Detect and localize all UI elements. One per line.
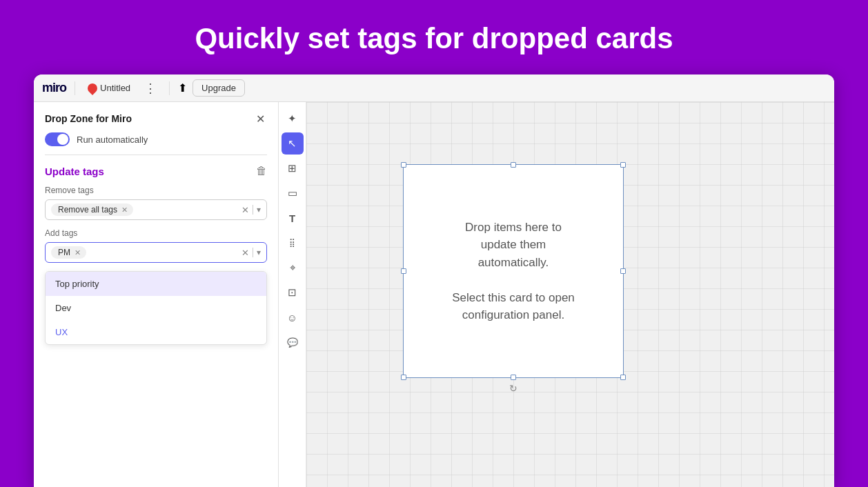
- remove-tags-label: Remove tags: [45, 186, 267, 195]
- dropdown-item-top-priority[interactable]: Top priority: [46, 272, 266, 296]
- browser-window: miro Untitled ⋮ ⬆ Upgrade Drop Zone for …: [34, 74, 834, 487]
- chevron-down-icon[interactable]: ▾: [257, 205, 261, 215]
- rotate-handle[interactable]: ↻: [508, 383, 519, 394]
- remove-tags-group: Remove tags Remove all tags ✕ ✕ ▾: [34, 186, 278, 228]
- add-tags-group: Add tags PM ✕ ✕ ▾: [34, 228, 278, 271]
- handle-top-right: [620, 162, 626, 168]
- chip-remove-icon[interactable]: ✕: [121, 206, 128, 215]
- toolbar-title: Untitled: [100, 83, 130, 93]
- tool-apps[interactable]: ⣿: [282, 232, 304, 254]
- run-automatically-toggle[interactable]: [45, 132, 70, 146]
- input-controls2: ✕ ▾: [241, 248, 261, 258]
- dropdown-item-dev[interactable]: Dev: [46, 296, 266, 320]
- add-tags-input[interactable]: PM ✕ ✕ ▾: [45, 242, 267, 263]
- section-header: Update tags 🗑: [34, 165, 278, 186]
- control-divider: [253, 205, 253, 215]
- browser-toolbar: miro Untitled ⋮ ⬆ Upgrade: [34, 74, 834, 102]
- toolbar-pin-item[interactable]: Untitled: [83, 81, 135, 95]
- remove-all-chip: Remove all tags ✕: [51, 203, 133, 216]
- chip-label: Remove all tags: [58, 205, 117, 215]
- toolbar-divider: [75, 81, 75, 95]
- pm-chip: PM ✕: [51, 246, 86, 259]
- tool-move[interactable]: ✦: [282, 108, 304, 130]
- sidebar-toolbar: ✦ ↖ ⊞ ▭ T ⣿ ⌖ ⊡ ☺ 💬: [279, 102, 306, 487]
- handle-top-left: [401, 162, 406, 168]
- handle-mid-left: [401, 268, 406, 274]
- more-options-icon[interactable]: ⋮: [140, 79, 161, 97]
- handle-top-mid: [511, 162, 516, 168]
- handle-bottom-right: [620, 375, 626, 380]
- chevron-down-icon2[interactable]: ▾: [257, 248, 261, 257]
- tool-text[interactable]: T: [282, 207, 304, 229]
- toggle-row: Run automatically: [34, 132, 278, 155]
- hero-title: Quickly set tags for dropped cards: [181, 0, 687, 74]
- left-panel: Drop Zone for Miro ✕ Run automatically U…: [34, 102, 279, 487]
- dropdown-item-ux[interactable]: UX: [46, 320, 266, 344]
- pm-chip-label: PM: [58, 248, 70, 257]
- close-button[interactable]: ✕: [253, 112, 267, 126]
- add-tags-label: Add tags: [45, 228, 267, 238]
- section-title: Update tags: [45, 166, 104, 177]
- tool-crop[interactable]: ⊡: [282, 281, 304, 304]
- clear-icon2[interactable]: ✕: [241, 248, 249, 258]
- tool-select[interactable]: ↖: [282, 132, 304, 155]
- tool-anchor[interactable]: ⌖: [282, 257, 304, 279]
- canvas-area[interactable]: Drop items here toupdate themautomatical…: [306, 102, 834, 487]
- tool-comment[interactable]: 💬: [282, 331, 304, 353]
- input-controls: ✕ ▾: [241, 205, 261, 215]
- tool-shape[interactable]: ▭: [282, 182, 304, 204]
- tag-dropdown: Top priority Dev UX: [45, 271, 267, 345]
- upgrade-button[interactable]: Upgrade: [193, 79, 245, 97]
- handle-bottom-left: [401, 375, 406, 380]
- clear-icon[interactable]: ✕: [241, 205, 249, 215]
- miro-logo: miro: [42, 81, 66, 95]
- panel-title: Drop Zone for Miro: [45, 113, 132, 124]
- app-body: Drop Zone for Miro ✕ Run automatically U…: [34, 102, 834, 487]
- remove-tags-input[interactable]: Remove all tags ✕ ✕ ▾: [45, 199, 267, 220]
- upload-icon[interactable]: ⬆: [178, 81, 187, 95]
- pm-chip-remove-icon[interactable]: ✕: [75, 248, 81, 257]
- tool-frame[interactable]: ⊞: [282, 157, 304, 179]
- handle-bottom-mid: [511, 375, 516, 380]
- handle-mid-right: [620, 268, 626, 274]
- trash-icon[interactable]: 🗑: [256, 165, 267, 177]
- toolbar-divider2: [169, 81, 170, 95]
- tool-emoji[interactable]: ☺: [282, 306, 304, 328]
- drop-zone-card[interactable]: Drop items here toupdate themautomatical…: [403, 164, 624, 378]
- toggle-label: Run automatically: [77, 135, 148, 145]
- panel-header: Drop Zone for Miro ✕: [34, 102, 278, 132]
- panel-divider: [45, 155, 267, 155]
- card-text: Drop items here toupdate themautomatical…: [452, 219, 575, 324]
- control-divider2: [253, 248, 253, 257]
- pin-icon: [86, 81, 99, 95]
